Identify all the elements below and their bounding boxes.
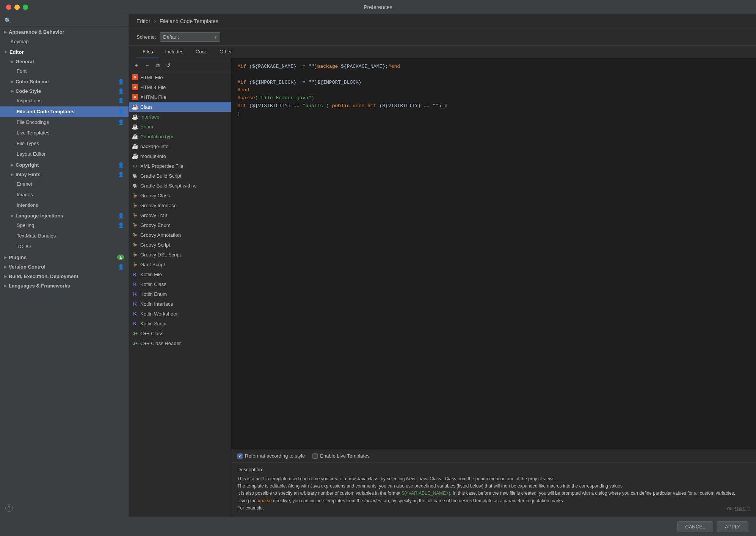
content-area: Editor › File and Code Templates Scheme:… bbox=[129, 14, 756, 517]
sidebar-item-layout-editor[interactable]: Layout Editor bbox=[0, 149, 129, 159]
checkmark-icon: ✓ bbox=[238, 454, 242, 458]
template-item-enum[interactable]: ☕ Enum bbox=[129, 122, 231, 131]
code-line-2: #if (${IMPORT_BLOCK} != "")${IMPORT_BLOC… bbox=[237, 79, 750, 87]
add-template-button[interactable]: + bbox=[132, 61, 141, 70]
template-item-interface[interactable]: ☕ Interface bbox=[129, 112, 231, 122]
sidebar-item-file-and-code-templates[interactable]: File and Code Templates 👤 bbox=[0, 106, 129, 117]
kotlin-icon: K bbox=[132, 320, 138, 327]
chevron-right-icon: ▶ bbox=[11, 163, 14, 167]
sidebar-item-spelling[interactable]: Spelling 👤 bbox=[0, 220, 129, 231]
code-line-1: #if (${PACKAGE_NAME} != "")package ${PAC… bbox=[237, 63, 750, 71]
template-item-module-info[interactable]: ☕ module-info bbox=[129, 151, 231, 161]
sidebar-item-color-scheme[interactable]: ▶ Color Scheme 👤 bbox=[0, 77, 129, 86]
sidebar-item-file-types[interactable]: File Types bbox=[0, 138, 129, 149]
template-item-kotlin-interface[interactable]: K Kotlin Interface bbox=[129, 299, 231, 309]
groovy-icon: 🦆 bbox=[132, 261, 138, 267]
cpp-icon: G+ bbox=[132, 340, 138, 346]
groovy-icon: 🦆 bbox=[132, 192, 138, 198]
html-icon: 5 bbox=[132, 74, 138, 80]
sidebar-item-code-style[interactable]: ▶ Code Style 👤 bbox=[0, 86, 129, 95]
template-item-kotlin-file[interactable]: K Kotlin File bbox=[129, 269, 231, 279]
sidebar-item-appearance[interactable]: ▶ Appearance & Behavior bbox=[0, 27, 129, 36]
template-item-xml-props[interactable]: </> XML Properties File bbox=[129, 161, 231, 171]
template-item-cpp-header[interactable]: G+ C++ Class Header bbox=[129, 338, 231, 348]
template-item-gradle-build-w[interactable]: 🐘 Gradle Build Script with w bbox=[129, 181, 231, 191]
sidebar-item-general[interactable]: ▶ General bbox=[0, 56, 129, 66]
person-icon: 👤 bbox=[118, 97, 124, 104]
sidebar-item-font[interactable]: Font bbox=[0, 66, 129, 77]
sidebar-item-images[interactable]: Images bbox=[0, 189, 129, 200]
kotlin-icon: K bbox=[132, 291, 138, 297]
template-list: 5 HTML File 4 HTML4 File X XHTML File bbox=[129, 72, 231, 517]
scheme-label: Scheme: bbox=[136, 34, 156, 40]
description-title: Description: bbox=[237, 467, 750, 472]
groovy-icon: 🦆 bbox=[132, 212, 138, 218]
groovy-icon: 🦆 bbox=[132, 242, 138, 248]
sidebar: 🔍 ▶ Appearance & Behavior Keymap ▼ Edito… bbox=[0, 14, 129, 517]
sidebar-item-emmet[interactable]: Emmet bbox=[0, 179, 129, 189]
chevron-right-icon: ▶ bbox=[11, 59, 14, 64]
sidebar-item-version-control[interactable]: ▶ Version Control 👤 bbox=[0, 262, 129, 271]
close-button[interactable] bbox=[6, 5, 11, 10]
tab-includes[interactable]: Includes bbox=[159, 46, 189, 58]
sidebar-item-editor[interactable]: ▼ Editor bbox=[0, 47, 129, 56]
scheme-select[interactable]: Default bbox=[160, 32, 220, 42]
reformat-checkbox[interactable]: ✓ bbox=[237, 453, 243, 459]
apply-button[interactable]: APPLY bbox=[717, 521, 748, 532]
template-item-groovy-annotation[interactable]: 🦆 Groovy Annotation bbox=[129, 230, 231, 240]
reset-template-button[interactable]: ↺ bbox=[164, 61, 173, 70]
sidebar-item-todo[interactable]: TODO bbox=[0, 241, 129, 252]
sidebar-item-copyright[interactable]: ▶ Copyright 👤 bbox=[0, 160, 129, 169]
sidebar-item-live-templates[interactable]: Live Templates bbox=[0, 128, 129, 138]
live-templates-checkbox-label[interactable]: Enable Live Templates bbox=[312, 453, 370, 459]
footer-bar: CANCEL APPLY bbox=[0, 517, 756, 536]
reformat-checkbox-label[interactable]: ✓ Reformat according to style bbox=[237, 453, 305, 459]
help-icon[interactable]: ? bbox=[5, 504, 13, 512]
template-item-groovy-interface[interactable]: 🦆 Groovy Interface bbox=[129, 200, 231, 210]
copy-template-button[interactable]: ⧉ bbox=[153, 61, 162, 70]
sidebar-item-language-injections[interactable]: ▶ Language Injections 👤 bbox=[0, 211, 129, 220]
template-item-groovy-trait[interactable]: 🦆 Groovy Trait bbox=[129, 210, 231, 220]
template-item-html4-file[interactable]: 4 HTML4 File bbox=[129, 82, 231, 92]
template-item-groovy-dsl[interactable]: 🦆 Groovy DSL Script bbox=[129, 250, 231, 259]
editor-panel: #if (${PACKAGE_NAME} != "")package ${PAC… bbox=[231, 58, 756, 517]
live-templates-checkbox[interactable] bbox=[312, 453, 318, 459]
template-item-gant-script[interactable]: 🦆 Gant Script bbox=[129, 259, 231, 269]
sidebar-item-build[interactable]: ▶ Build, Execution, Deployment bbox=[0, 271, 129, 281]
sidebar-item-inspections[interactable]: Inspections 👤 bbox=[0, 95, 129, 106]
tab-files[interactable]: Files bbox=[136, 46, 159, 58]
chevron-right-icon: ▶ bbox=[4, 274, 7, 278]
template-item-groovy-enum[interactable]: 🦆 Groovy Enum bbox=[129, 220, 231, 230]
sidebar-item-intentions[interactable]: Intentions bbox=[0, 200, 129, 211]
template-item-groovy-class[interactable]: 🦆 Groovy Class bbox=[129, 191, 231, 200]
minimize-button[interactable] bbox=[14, 5, 20, 10]
template-item-class[interactable]: ☕ Class bbox=[129, 102, 231, 112]
code-editor[interactable]: #if (${PACKAGE_NAME} != "")package ${PAC… bbox=[231, 58, 756, 449]
template-item-annotation[interactable]: ☕ AnnotationType bbox=[129, 131, 231, 141]
tab-other[interactable]: Other bbox=[213, 46, 238, 58]
tab-code[interactable]: Code bbox=[190, 46, 213, 58]
sidebar-item-textmate[interactable]: TextMate Bundles bbox=[0, 231, 129, 241]
sidebar-item-file-encodings[interactable]: File Encodings 👤 bbox=[0, 117, 129, 128]
gradle-icon: 🐘 bbox=[132, 183, 138, 189]
sidebar-item-inlay-hints[interactable]: ▶ Inlay Hints 👤 bbox=[0, 169, 129, 179]
template-item-kotlin-class[interactable]: K Kotlin Class bbox=[129, 279, 231, 289]
template-item-kotlin-enum[interactable]: K Kotlin Enum bbox=[129, 289, 231, 299]
maximize-button[interactable] bbox=[23, 5, 28, 10]
java-icon: ☕ bbox=[132, 153, 138, 159]
sidebar-item-keymap[interactable]: Keymap bbox=[0, 36, 129, 47]
cancel-button[interactable]: CANCEL bbox=[677, 521, 713, 532]
template-item-xhtml-file[interactable]: X XHTML File bbox=[129, 92, 231, 102]
template-item-kotlin-worksheet[interactable]: K Kotlin Worksheet bbox=[129, 309, 231, 319]
template-item-cpp-class[interactable]: G+ C++ Class bbox=[129, 328, 231, 338]
sidebar-item-languages[interactable]: ▶ Languages & Frameworks bbox=[0, 281, 129, 290]
html4-icon: 4 bbox=[132, 84, 138, 90]
breadcrumb-parent[interactable]: Editor bbox=[136, 18, 151, 24]
template-item-kotlin-script[interactable]: K Kotlin Script bbox=[129, 319, 231, 328]
template-item-html-file[interactable]: 5 HTML File bbox=[129, 72, 231, 82]
template-item-package-info[interactable]: ☕ package-info bbox=[129, 141, 231, 151]
remove-template-button[interactable]: − bbox=[143, 61, 152, 70]
template-item-groovy-script[interactable]: 🦆 Groovy Script bbox=[129, 240, 231, 250]
sidebar-item-plugins[interactable]: ▶ Plugins 1 bbox=[0, 252, 129, 262]
template-item-gradle-build[interactable]: 🐘 Gradle Build Script bbox=[129, 171, 231, 181]
